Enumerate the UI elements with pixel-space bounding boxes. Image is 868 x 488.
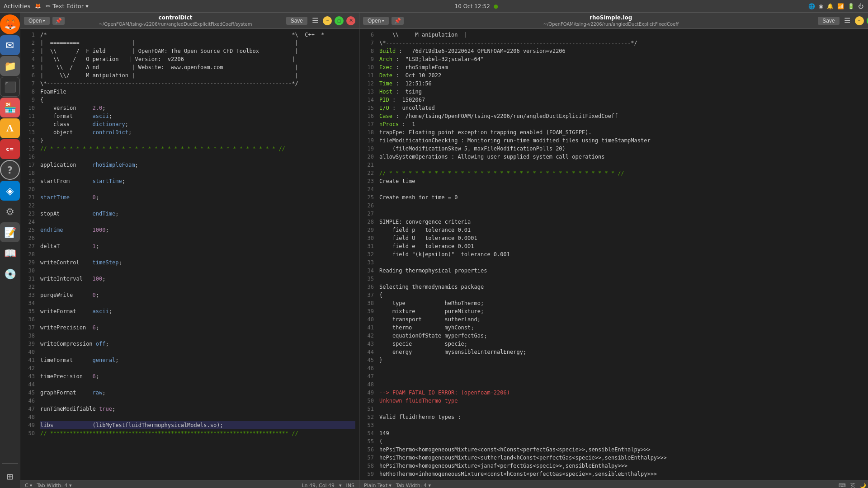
- code-line: hePsiThermo<homogeneousMixture<janaf<per…: [379, 462, 868, 470]
- code-line: FoamFile: [40, 88, 355, 96]
- code-line: application rhoSimpleFoam;: [40, 161, 355, 169]
- power-icon: ⏻: [858, 3, 863, 9]
- left-tab-label: Tab Width: 4: [37, 483, 67, 488]
- line-number: 33: [361, 258, 374, 267]
- line-number: 24: [361, 185, 374, 193]
- right-tab-width[interactable]: Tab Width: 4 ▾: [396, 483, 431, 488]
- sidebar-item-ebook[interactable]: 📖: [0, 243, 20, 263]
- code-line: [379, 372, 868, 380]
- line-number: 1: [22, 31, 35, 39]
- right-menu-button[interactable]: ☰: [842, 16, 852, 25]
- left-editor-content[interactable]: 1234567891011121314151617181920212223242…: [20, 29, 359, 480]
- code-line: transport sutherland;: [379, 315, 868, 324]
- code-line: version 2.0;: [40, 104, 355, 112]
- code-line: Reading thermophysical properties: [379, 267, 868, 275]
- line-number: 13: [361, 88, 374, 96]
- line-number: 17: [361, 120, 374, 128]
- editors-container: Open ▾ 📌 controlDict ~/OpenFOAM/tsing-v2…: [20, 13, 868, 488]
- right-save-button[interactable]: Save: [818, 17, 839, 25]
- line-number: 28: [22, 250, 35, 258]
- left-editor-filepath: ~/OpenFOAM/tsing-v2206/run/angledDuctExp…: [99, 22, 252, 27]
- line-number: 25: [22, 226, 35, 234]
- sidebar-item-help[interactable]: ?: [0, 160, 20, 180]
- line-number: 14: [361, 96, 374, 104]
- line-number: 8: [22, 88, 35, 96]
- sidebar-item-appstore[interactable]: 🏪: [0, 98, 20, 117]
- left-pin-button[interactable]: 📌: [52, 17, 65, 25]
- sidebar-item-terminal[interactable]: ⬛: [0, 77, 20, 97]
- line-number: 32: [361, 250, 374, 258]
- line-number: 55: [361, 437, 374, 446]
- line-number: 41: [22, 356, 35, 364]
- sidebar-item-email[interactable]: ✉: [0, 35, 20, 55]
- left-editor-header: Open ▾ 📌 controlDict ~/OpenFOAM/tsing-v2…: [20, 13, 359, 29]
- app-title[interactable]: ✏ Text Editor ▾: [46, 3, 88, 9]
- code-line: 149: [379, 429, 868, 437]
- sidebar-item-identity[interactable]: A: [0, 118, 20, 138]
- line-number: 45: [22, 389, 35, 397]
- code-line: | \\ / F ield | OpenFOAM: The Open Sourc…: [40, 47, 355, 55]
- line-number: 26: [22, 234, 35, 242]
- right-lang-label: Plain Text: [364, 483, 387, 488]
- line-number: 22: [361, 169, 374, 177]
- battery-icon: 🔋: [848, 3, 854, 9]
- line-number: 19: [361, 136, 374, 145]
- code-line: specie specie;: [379, 340, 868, 348]
- left-code-area[interactable]: /*--------------------------------------…: [37, 29, 359, 480]
- activities-button[interactable]: Activities: [4, 3, 30, 9]
- line-number: 37: [22, 324, 35, 332]
- line-number: 4: [22, 55, 35, 63]
- gnome-icon: ◉: [819, 3, 823, 9]
- line-number: 34: [22, 299, 35, 307]
- right-pin-button[interactable]: 📌: [392, 17, 404, 25]
- right-editor-content[interactable]: 6789101112131415161718191920212223242526…: [359, 29, 868, 480]
- sidebar-item-dvd[interactable]: 💿: [0, 264, 20, 284]
- line-number: 30: [22, 267, 35, 275]
- line-number: 2: [22, 39, 35, 47]
- sidebar-item-settings[interactable]: ⚙: [0, 202, 20, 221]
- right-maximize-button[interactable]: □: [867, 16, 868, 25]
- left-maximize-button[interactable]: □: [335, 16, 344, 25]
- sidebar-item-texteditor[interactable]: 📝: [0, 222, 20, 242]
- right-open-button[interactable]: Open ▾: [363, 17, 389, 25]
- sidebar-item-cfdem[interactable]: c=: [0, 139, 20, 159]
- line-number: 42: [22, 364, 35, 372]
- sidebar-item-firefox[interactable]: 🦊: [0, 14, 20, 34]
- code-line: {: [40, 96, 355, 104]
- line-number: 44: [22, 380, 35, 389]
- line-number: 31: [361, 242, 374, 250]
- right-minimize-button[interactable]: －: [855, 16, 864, 25]
- line-number: 27: [22, 242, 35, 250]
- line-number: 26: [361, 202, 374, 210]
- line-number: 19: [361, 145, 374, 153]
- line-number: 29: [361, 226, 374, 234]
- left-tab-width[interactable]: Tab Width: 4 ▾: [37, 483, 71, 488]
- right-lang-selector[interactable]: Plain Text ▾: [364, 483, 392, 488]
- left-open-button[interactable]: Open ▾: [24, 17, 50, 25]
- left-menu-button[interactable]: ☰: [310, 16, 320, 25]
- firefox-tray-icon[interactable]: 🦊: [34, 2, 42, 10]
- right-open-label: Open: [368, 18, 381, 24]
- left-minimize-button[interactable]: －: [323, 16, 332, 25]
- line-number: 40: [361, 315, 374, 324]
- sidebar-item-vscode[interactable]: ◈: [0, 181, 20, 201]
- code-line: [40, 315, 355, 324]
- right-editor-title: rhoSimple.log: [590, 14, 632, 21]
- code-line: stopAt endTime;: [40, 210, 355, 218]
- code-line: [379, 275, 868, 283]
- line-number: 39: [22, 340, 35, 348]
- left-save-button[interactable]: Save: [286, 17, 307, 25]
- left-tab-arrow: ▾: [69, 483, 72, 488]
- line-number: 36: [22, 315, 35, 324]
- left-close-button[interactable]: ✕: [346, 16, 355, 25]
- line-number: 43: [361, 340, 374, 348]
- right-editor-panel: Open ▾ 📌 rhoSimple.log ~/OpenFOAM/tsing-…: [359, 13, 868, 488]
- sidebar-item-files[interactable]: 📁: [0, 56, 20, 76]
- line-number: 6: [22, 71, 35, 80]
- content-area: Open ▾ 📌 controlDict ~/OpenFOAM/tsing-v2…: [20, 13, 868, 488]
- right-code-area[interactable]: \\ M anipulation |\*--------------------…: [376, 29, 868, 480]
- left-lang-selector[interactable]: C ▾: [25, 483, 32, 488]
- code-line: [40, 348, 355, 356]
- code-line: [40, 185, 355, 193]
- sidebar-item-grid[interactable]: ⊞: [0, 466, 20, 486]
